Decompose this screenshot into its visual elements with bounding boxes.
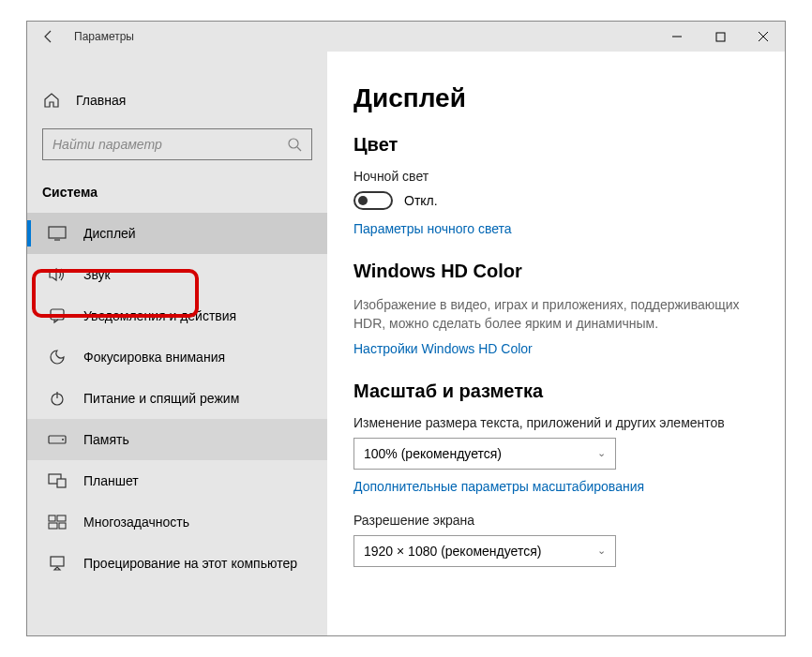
multitasking-icon — [48, 513, 67, 531]
sidebar-item-label: Питание и спящий режим — [83, 391, 239, 406]
power-icon — [48, 389, 67, 408]
category-label: Система — [27, 164, 327, 213]
titlebar: Параметры — [27, 22, 785, 52]
search-icon — [287, 137, 302, 152]
sidebar-item-storage[interactable]: Память — [27, 419, 327, 460]
sidebar-item-multitasking[interactable]: Многозадачность — [27, 501, 327, 543]
chevron-down-icon: ⌄ — [597, 545, 606, 557]
tablet-icon — [48, 471, 67, 490]
nav-list: Дисплей Звук Уведомления и действия — [27, 213, 327, 635]
svg-rect-16 — [59, 523, 66, 529]
window-title: Параметры — [70, 30, 134, 43]
search-box[interactable] — [42, 128, 312, 160]
advanced-scaling-link[interactable]: Дополнительные параметры масштабирования — [353, 479, 762, 494]
svg-rect-12 — [57, 479, 66, 487]
scale-dropdown-value: 100% (рекомендуется) — [364, 446, 502, 461]
sidebar-item-power[interactable]: Питание и спящий режим — [27, 378, 327, 419]
content-pane: Дисплей Цвет Ночной свет Откл. Параметры… — [327, 52, 785, 635]
sidebar-item-label: Проецирование на этот компьютер — [83, 556, 297, 571]
sound-icon — [48, 265, 67, 284]
search-input[interactable] — [53, 137, 287, 152]
back-button[interactable] — [27, 22, 70, 52]
nightlight-toggle-row: Откл. — [353, 191, 762, 210]
home-icon — [42, 92, 61, 109]
notifications-icon — [48, 306, 67, 325]
sidebar-item-focus[interactable]: Фокусировка внимания — [27, 336, 327, 378]
projecting-icon — [48, 554, 67, 573]
svg-rect-15 — [49, 523, 57, 529]
resolution-label: Разрешение экрана — [353, 513, 762, 528]
sidebar-item-projecting[interactable]: Проецирование на этот компьютер — [27, 543, 327, 584]
sidebar-item-label: Многозадачность — [83, 515, 189, 530]
sidebar-item-sound[interactable]: Звук — [27, 254, 327, 295]
sidebar-item-display[interactable]: Дисплей — [27, 213, 327, 254]
svg-point-2 — [289, 139, 298, 148]
sidebar-item-tablet[interactable]: Планшет — [27, 460, 327, 501]
svg-rect-13 — [49, 515, 55, 521]
page-title: Дисплей — [353, 83, 762, 113]
home-label: Главная — [76, 93, 126, 108]
svg-rect-6 — [51, 309, 64, 320]
sidebar-item-label: Память — [83, 432, 129, 447]
svg-rect-17 — [51, 557, 64, 566]
resolution-dropdown[interactable]: 1920 × 1080 (рекомендуется) ⌄ — [353, 535, 616, 567]
scale-dropdown[interactable]: 100% (рекомендуется) ⌄ — [353, 438, 616, 470]
minimize-button[interactable] — [655, 22, 699, 52]
chevron-down-icon: ⌄ — [597, 447, 606, 459]
display-icon — [48, 224, 67, 243]
section-color-heading: Цвет — [353, 134, 762, 156]
sidebar-item-notifications[interactable]: Уведомления и действия — [27, 295, 327, 336]
close-button[interactable] — [742, 22, 785, 52]
svg-rect-1 — [716, 33, 725, 41]
sidebar-item-label: Планшет — [83, 473, 139, 488]
section-scale-heading: Масштаб и разметка — [353, 381, 762, 402]
nightlight-settings-link[interactable]: Параметры ночного света — [353, 221, 762, 236]
maximize-button[interactable] — [699, 22, 742, 52]
focus-icon — [48, 348, 67, 366]
section-hd-heading: Windows HD Color — [353, 261, 762, 282]
svg-line-3 — [297, 147, 301, 151]
sidebar: Главная Система Дисплей — [27, 52, 327, 635]
hd-settings-link[interactable]: Настройки Windows HD Color — [353, 341, 762, 356]
nightlight-label: Ночной свет — [353, 169, 762, 184]
settings-window: Параметры Главная — [26, 21, 786, 636]
svg-point-10 — [62, 439, 64, 440]
window-body: Главная Система Дисплей — [27, 52, 785, 635]
sidebar-item-label: Дисплей — [83, 226, 136, 241]
home-button[interactable]: Главная — [27, 80, 327, 121]
hd-description: Изображение в видео, играх и приложениях… — [353, 295, 762, 334]
resolution-dropdown-value: 1920 × 1080 (рекомендуется) — [364, 544, 541, 559]
svg-rect-14 — [57, 515, 66, 521]
sidebar-item-label: Уведомления и действия — [83, 308, 236, 323]
scale-label: Изменение размера текста, приложений и д… — [353, 415, 762, 430]
storage-icon — [48, 430, 67, 449]
nightlight-toggle-state: Откл. — [404, 193, 438, 208]
sidebar-item-label: Фокусировка внимания — [83, 350, 225, 365]
svg-rect-4 — [49, 227, 66, 238]
nightlight-toggle[interactable] — [353, 191, 393, 210]
sidebar-item-label: Звук — [83, 267, 111, 282]
